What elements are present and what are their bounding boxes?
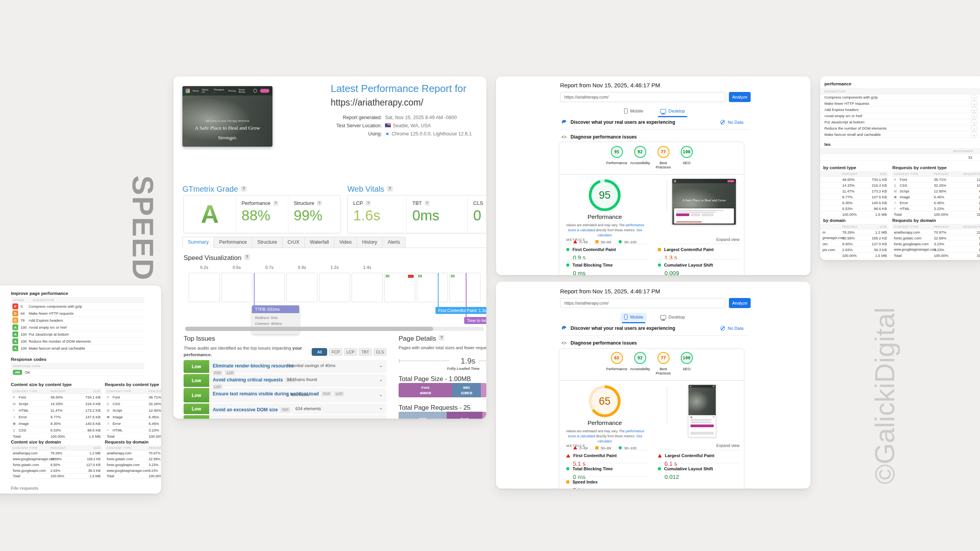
expand-view-link[interactable]: Expand view — [716, 443, 739, 448]
improve-table: GRADESUGGESTION F0Compress components wi… — [11, 297, 144, 352]
slider-line — [399, 360, 449, 361]
issue-row[interactable]: Low Avoid chaining critical requests FCP… — [184, 374, 387, 387]
help-icon[interactable]: ? — [241, 186, 246, 192]
table-row[interactable]: Reduce the number of DOM elements⌄ — [820, 125, 980, 132]
filter-tbt[interactable]: TBT — [359, 348, 372, 356]
analyze-button[interactable]: Analyze — [729, 92, 751, 102]
page-screenshot-desktop: A Safe Place to Heal and Grow — [672, 178, 736, 225]
tab-mobile[interactable]: Mobile — [621, 313, 647, 321]
score-item[interactable]: 65Performance — [605, 352, 628, 375]
url-input[interactable]: https://ariatherapy.com/ — [560, 298, 725, 308]
chevron-down-icon[interactable]: ⌄ — [971, 119, 977, 125]
tab-video[interactable]: Video — [334, 237, 357, 248]
ttfb-redirect: Redirect: 0ms — [255, 315, 296, 321]
metric-fcp: First Contentful Paint 0.9 s — [566, 244, 649, 261]
help-icon[interactable]: ? — [439, 335, 444, 341]
score-item[interactable]: 95Performance — [605, 146, 628, 169]
filter-fcp[interactable]: FCP — [329, 348, 342, 356]
chevron-down-icon[interactable]: ⌄ — [379, 405, 383, 411]
chevron-down-icon[interactable]: ⌄ — [971, 113, 977, 119]
meta-row: Test Server Location: Seattle, WA, USA — [331, 122, 486, 130]
table-row[interactable]: Make favicon small and cacheable⌄ — [820, 132, 980, 138]
site-logo-icon — [690, 386, 691, 387]
filter-all[interactable]: All — [312, 348, 327, 356]
table-row: ⚠Error6.45% — [105, 420, 161, 427]
issue-title[interactable]: Avoid an excessive DOM size — [213, 407, 278, 412]
filmstrip-frame — [384, 273, 415, 302]
tab-crux[interactable]: CrUX — [283, 237, 305, 248]
category-scores: 95Performance 92Accessibility 77Best Pra… — [559, 146, 744, 175]
issue-detail: 14 chains found — [287, 377, 317, 382]
ttfb-connect: Connect: 483ms — [255, 321, 296, 326]
divider — [667, 386, 667, 423]
grade-badge: A — [12, 324, 18, 330]
tab-desktop[interactable]: Desktop — [657, 313, 688, 321]
tab-history[interactable]: History — [357, 237, 383, 248]
total-page-requests-heading: Total Page Requests - 25 — [399, 404, 470, 411]
issue-row[interactable] — [184, 415, 387, 419]
chevron-down-icon[interactable]: ⌄ — [971, 94, 977, 100]
table-row[interactable]: Make fewer HTTP requests⌄ — [820, 100, 980, 107]
help-icon[interactable]: ? — [273, 201, 278, 206]
table-row: ▣Image9.30%140.5 KB — [11, 420, 102, 427]
tab-desktop[interactable]: Desktop — [657, 107, 688, 115]
tab-mobile[interactable]: Mobile — [621, 107, 647, 115]
scrollbar-thumb[interactable] — [185, 327, 433, 331]
table-row[interactable]: Add Expires headers⌄ — [820, 107, 980, 113]
issue-title[interactable]: Avoid chaining critical requests — [213, 377, 283, 383]
chevron-down-icon[interactable]: ⌄ — [971, 132, 977, 138]
score-item[interactable]: 77Best Practices — [652, 352, 675, 375]
score-item[interactable]: 92Accessibility — [628, 146, 652, 169]
gauge-icon — [561, 134, 567, 140]
gtmetrix-report-card: Home About Us Therapies Pricing Room Ren… — [173, 76, 486, 419]
issue-row[interactable]: Low Avoid an excessive DOM size TBT 634 … — [184, 404, 387, 414]
url-input[interactable]: https://ariatherapy.com/ — [560, 92, 725, 102]
table-row[interactable]: Avoid empty src or href⌄ — [820, 113, 980, 119]
table-row[interactable]: Compress components with gzip⌄ — [820, 94, 980, 100]
tab-waterfall[interactable]: Waterfall — [305, 237, 334, 248]
no-data-indicator[interactable]: No Data — [720, 326, 743, 331]
table-row: fonts.googleapis.com3.23%1 — [892, 241, 980, 247]
filter-lcp[interactable]: LCP — [344, 348, 357, 356]
tab-performance[interactable]: Performance — [214, 237, 252, 248]
chevron-down-icon[interactable]: ⌄ — [971, 100, 977, 107]
filter-cls[interactable]: CLS — [373, 348, 387, 356]
help-icon[interactable]: ? — [244, 254, 250, 260]
table-row[interactable]: Put JavaScript at bottom⌄ — [820, 119, 980, 125]
help-icon[interactable]: ? — [387, 186, 393, 192]
issue-title[interactable]: Eliminate render-blocking resources — [213, 363, 293, 369]
help-icon[interactable]: ? — [317, 201, 322, 206]
desktop-icon — [660, 109, 666, 113]
discover-row: Discover what your real users are experi… — [561, 325, 675, 331]
no-data-indicator[interactable]: No Data — [720, 120, 743, 125]
image-type-icon: ▣ — [13, 422, 19, 425]
chevron-down-icon[interactable]: ⌄ — [379, 376, 383, 382]
issue-row[interactable]: Low Eliminate render-blocking resources … — [184, 360, 387, 373]
issue-row[interactable]: Low Ensure text remains visible during w… — [184, 388, 387, 402]
score-item[interactable]: 92Accessibility — [628, 352, 652, 375]
score-item[interactable]: 100SEO — [675, 146, 698, 169]
expand-view-link[interactable]: Expand view — [716, 237, 739, 242]
font-type-icon: A — [13, 395, 19, 399]
chevron-down-icon[interactable]: ⌄ — [379, 362, 383, 368]
tab-structure[interactable]: Structure — [252, 237, 283, 248]
lcp-cell: LCP? 1.6s — [348, 196, 406, 233]
score-item[interactable]: 100SEO — [675, 352, 698, 375]
help-icon[interactable]: ? — [425, 201, 430, 206]
help-icon[interactable]: ? — [366, 201, 371, 206]
suggestions-table: SUGGESTION Compress components with gzip… — [820, 88, 980, 138]
chevron-down-icon[interactable]: ⌄ — [971, 125, 977, 132]
left-audit-panel: Improve page performance GRADESUGGESTION… — [0, 286, 161, 494]
average-icon — [566, 480, 569, 483]
tab-summary[interactable]: Summary — [182, 237, 214, 248]
table-row: pis.com2.63%39.3 KB — [820, 247, 888, 253]
chevron-down-icon[interactable]: ⌄ — [971, 107, 977, 113]
chevron-down-icon[interactable]: ⌄ — [379, 392, 383, 397]
performance-cell: Performance? 88% — [236, 196, 288, 233]
table-row: 9.77%147.5 KB — [820, 194, 888, 200]
tab-alerts[interactable]: Alerts — [383, 237, 406, 248]
filmstrip-frame — [417, 273, 448, 302]
analyze-button[interactable]: Analyze — [729, 298, 751, 308]
lcp-value: 1.6s — [353, 208, 401, 224]
score-item[interactable]: 77Best Practices — [652, 146, 675, 169]
